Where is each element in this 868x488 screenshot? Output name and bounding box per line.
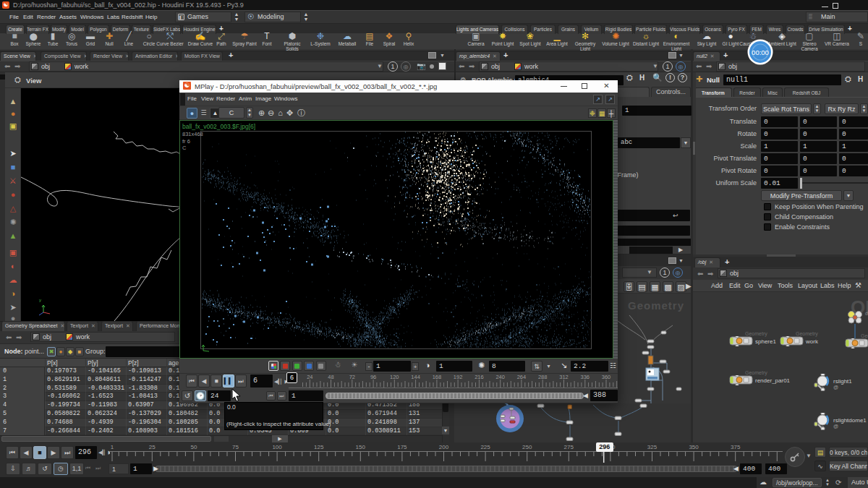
svg-text:96: 96 xyxy=(370,374,376,380)
svg-text:350: 350 xyxy=(689,444,699,450)
svg-text:1: 1 xyxy=(111,444,114,450)
svg-text:275: 275 xyxy=(564,444,574,450)
svg-text:250: 250 xyxy=(522,444,532,450)
svg-text:144: 144 xyxy=(411,374,420,380)
svg-text:264: 264 xyxy=(517,374,527,380)
svg-text:192: 192 xyxy=(454,374,463,380)
svg-text:50: 50 xyxy=(190,444,197,450)
svg-text:240: 240 xyxy=(495,374,505,380)
svg-text:288: 288 xyxy=(538,374,548,380)
svg-text:336: 336 xyxy=(581,374,590,380)
svg-text:25: 25 xyxy=(149,444,156,450)
svg-text:200: 200 xyxy=(439,444,449,450)
svg-text:75: 75 xyxy=(232,444,239,450)
svg-text:y: y xyxy=(39,298,41,302)
svg-text:312: 312 xyxy=(559,374,569,380)
svg-text:216: 216 xyxy=(475,374,484,380)
svg-text:375: 375 xyxy=(731,444,741,450)
svg-text:225: 225 xyxy=(480,444,490,450)
svg-text:125: 125 xyxy=(314,444,324,450)
svg-text:100: 100 xyxy=(272,444,282,450)
svg-text:360: 360 xyxy=(602,374,611,380)
svg-text:00:00: 00:00 xyxy=(752,48,769,56)
svg-text:168: 168 xyxy=(433,374,442,380)
svg-text:72: 72 xyxy=(349,374,355,380)
svg-text:325: 325 xyxy=(647,444,658,450)
svg-text:24: 24 xyxy=(307,374,312,380)
svg-text:120: 120 xyxy=(390,374,399,380)
svg-text:48: 48 xyxy=(328,374,333,380)
svg-text:150: 150 xyxy=(356,444,366,450)
svg-text:175: 175 xyxy=(397,444,407,450)
